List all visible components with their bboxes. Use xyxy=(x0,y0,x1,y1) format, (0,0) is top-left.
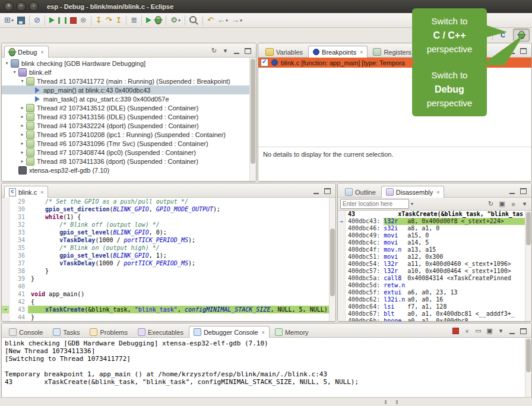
console-output[interactable]: blink checking [GDB Hardware Debugging] … xyxy=(2,338,525,398)
tab-disassembly[interactable]: Disassembly xyxy=(381,186,445,198)
debug-tree-item[interactable]: ▸Thread #6 1073431096 (Tmr Svc) (Suspend… xyxy=(2,139,250,148)
editor-line[interactable]: 36 gpio_set_level(BLINK_GPIO, 1); xyxy=(2,252,330,259)
run-button[interactable] xyxy=(144,16,153,24)
view-menu-icon[interactable] xyxy=(221,46,230,55)
window-close-button[interactable] xyxy=(4,2,14,11)
suspend-button[interactable] xyxy=(56,16,68,25)
disassembly-line[interactable]: 400dbc49:movia15, 0 xyxy=(338,232,525,239)
show-source-icon[interactable] xyxy=(509,199,518,208)
expand-icon[interactable]: ▸ xyxy=(19,123,26,128)
expand-icon[interactable]: ▸ xyxy=(19,105,26,110)
editor-content[interactable]: 29 /* Set the GPIO as a push/pull output… xyxy=(2,198,330,321)
debug-tree-scrollbar[interactable] xyxy=(249,58,256,181)
close-icon[interactable] xyxy=(436,189,439,195)
tab-memory[interactable]: Memory xyxy=(270,326,314,338)
editor-line[interactable]: 32 /* Blink off (output low) */ xyxy=(2,221,330,229)
editor-line[interactable]: 40 xyxy=(2,283,330,290)
editor-line[interactable]: 44} xyxy=(2,313,330,321)
breakpoint-checkbox[interactable] xyxy=(261,59,268,66)
disassembly-line[interactable]: 400dbc54:l32ra11, 0x400d0460 <_stext+109… xyxy=(338,261,525,268)
new-wizard-button[interactable]: ⊞▾ xyxy=(2,15,15,26)
expand-icon[interactable]: ▸ xyxy=(19,158,26,164)
scrollbar-thumb[interactable] xyxy=(526,212,531,245)
editor-line[interactable]: 42{ xyxy=(2,298,330,306)
step-over-button[interactable]: ↷ xyxy=(104,15,114,26)
debug-tree-item[interactable]: ▸Thread #7 1073408744 (ipc0) (Suspended … xyxy=(2,148,250,157)
editor-line[interactable]: 33 gpio_set_level(BLINK_GPIO, 0); xyxy=(2,229,330,236)
disassembly-line[interactable]: 400dbc4c:movia14, 5 xyxy=(338,239,525,246)
debug-tree-item[interactable]: ▾blink.elf xyxy=(2,68,250,77)
forward-button[interactable]: →▾ xyxy=(230,15,244,26)
close-icon[interactable] xyxy=(262,329,265,335)
tab-registers[interactable]: Registers xyxy=(368,46,416,58)
collapse-icon[interactable]: ▾ xyxy=(4,61,10,66)
tab-outline[interactable]: Outline xyxy=(340,186,381,198)
pin-icon[interactable] xyxy=(498,199,506,208)
maximize-icon[interactable] xyxy=(245,48,251,54)
minimize-icon[interactable] xyxy=(509,188,515,194)
disassembly-line[interactable]: 400dbc67:blta0, a1, 0x400dbc81 <__adddf3… xyxy=(338,310,525,318)
disassembly-line[interactable]: 400dbc57:l32ra10, 0x400d0464 <_stext+110… xyxy=(338,268,525,275)
disconnect-button[interactable]: ⊗ xyxy=(78,15,88,26)
close-icon[interactable] xyxy=(40,49,43,55)
disassembly-line[interactable]: 400dbc6b:bnonea0, a1, 0x400dbc8 xyxy=(338,318,525,321)
tab-problems[interactable]: Problems xyxy=(85,326,132,338)
disassembly-scrollbar[interactable] xyxy=(525,211,531,321)
restart-icon[interactable] xyxy=(210,46,218,55)
debug-tree-item[interactable]: ▾blink checking [GDB Hardware Debugging] xyxy=(2,59,250,68)
disassembly-line[interactable]: 400dbc62:l32i.na0, a0, 16 xyxy=(338,296,525,303)
debug-tree-item[interactable]: ▸Thread #8 1073411336 (dport) (Suspended… xyxy=(2,157,250,166)
close-icon[interactable] xyxy=(360,49,363,55)
step-return-button[interactable]: ↥ xyxy=(114,15,124,26)
tab-debug[interactable]: Debug xyxy=(4,46,49,58)
editor-line[interactable]: 38 } xyxy=(2,267,330,275)
expand-icon[interactable]: ▸ xyxy=(19,141,26,146)
disassembly-line[interactable]: 400dbc5f:extuia6, a0, 23, 13 xyxy=(338,289,525,296)
console-scrollbar[interactable] xyxy=(525,338,531,398)
editor-line[interactable]: 31 while(1) { xyxy=(2,213,330,221)
instruction-stepping-button[interactable]: ≣ xyxy=(129,15,139,26)
tab-executables[interactable]: Executables xyxy=(133,326,188,338)
tab-debugger-console[interactable]: Debugger Console xyxy=(189,326,270,338)
tab-variables[interactable]: Variables xyxy=(261,46,308,58)
collapse-icon[interactable]: ▾ xyxy=(19,78,26,84)
minimize-icon[interactable] xyxy=(314,188,319,194)
view-menu-icon[interactable] xyxy=(520,199,529,208)
save-button[interactable] xyxy=(15,15,27,26)
location-input[interactable] xyxy=(340,199,409,209)
skip-all-breakpoints-button[interactable]: ⊘ xyxy=(32,15,42,26)
editor-line[interactable]: →43 xTaskCreate(&blink_task, "blink_task… xyxy=(2,306,330,313)
disassembly-line[interactable]: 400dbc4f:mov.na13, a15 xyxy=(338,246,525,253)
tab-breakpoints[interactable]: Breakpoints xyxy=(308,46,368,58)
terminate-button[interactable] xyxy=(68,16,78,25)
debug-tree-item[interactable]: xtensa-esp32-elf-gdb (7.10) xyxy=(2,166,250,175)
editor-line[interactable]: 39} xyxy=(2,275,330,283)
maximize-icon[interactable] xyxy=(520,188,527,194)
sash-grip[interactable] xyxy=(385,400,398,403)
disassembly-line[interactable]: 43 xTaskCreate(&blink_task, "blink_tas xyxy=(338,211,525,218)
debug-tree-item[interactable]: ▸Thread #4 1073432224 (dport) (Suspended… xyxy=(2,121,250,130)
remove-launch-icon[interactable] xyxy=(463,326,471,335)
minimize-icon[interactable] xyxy=(234,48,239,54)
expand-icon[interactable]: ▸ xyxy=(19,132,26,137)
display-selected-console-icon[interactable] xyxy=(496,326,505,335)
disassembly-line[interactable]: →400dbc43:l32ra8, 0x400d00f8 <_stext+224… xyxy=(338,218,525,225)
editor-line[interactable]: 30 gpio_set_direction(BLINK_GPIO, GPIO_M… xyxy=(2,205,330,213)
maximize-icon[interactable] xyxy=(520,328,527,334)
search-button[interactable] xyxy=(188,15,200,26)
minimize-icon[interactable] xyxy=(509,328,515,334)
editor-line[interactable]: 34 vTaskDelay(1000 / portTICK_PERIOD_MS)… xyxy=(2,236,330,244)
tab-console[interactable]: Console xyxy=(4,326,48,338)
scrollbar-thumb[interactable] xyxy=(526,339,531,372)
external-tools-button[interactable]: ⚙▾ xyxy=(169,15,182,26)
last-edit-location-button[interactable]: ↶ xyxy=(205,15,216,26)
editor-line[interactable]: 37 vTaskDelay(1000 / portTICK_PERIOD_MS)… xyxy=(2,259,330,267)
debug-tree-item[interactable]: ▸Thread #3 1073413156 (IDLE) (Suspended … xyxy=(2,112,250,121)
debug-tree-item[interactable]: ▸Thread #2 1073413512 (IDLE) (Suspended … xyxy=(2,103,250,112)
step-into-button[interactable]: ↧ xyxy=(94,15,104,26)
scrollbar-thumb[interactable] xyxy=(251,59,255,164)
refresh-icon[interactable] xyxy=(486,199,495,208)
editor-line[interactable]: 41void app_main() xyxy=(2,290,330,298)
disassembly-line[interactable]: 400dbc5a:call80x40084314 <xTaskCreatePin… xyxy=(338,275,525,282)
pin-console-icon[interactable] xyxy=(485,326,494,335)
